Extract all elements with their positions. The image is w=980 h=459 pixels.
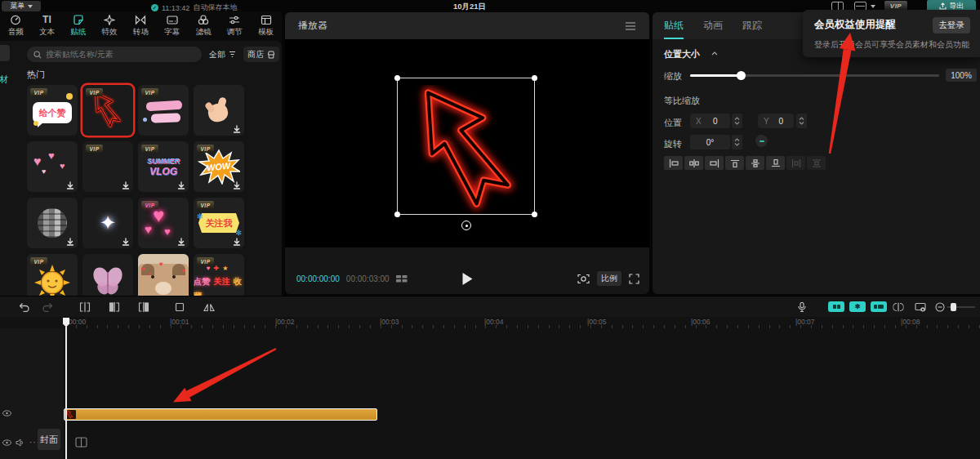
position-y-field[interactable]: Y0 (758, 114, 794, 128)
nav-tab-filters[interactable]: 滤镜 (188, 11, 219, 41)
download-icon[interactable] (177, 238, 185, 246)
distribute-h-button[interactable] (786, 156, 805, 170)
position-x-stepper[interactable] (732, 114, 742, 128)
selection-box[interactable] (397, 78, 535, 215)
cover-button[interactable]: 封面 (38, 429, 60, 450)
sticker-neon-hearts[interactable]: VIP ♥ ♥ ♥ (138, 198, 189, 248)
sticker-summer-vlog[interactable]: VIP SUMMER VLOG (138, 141, 189, 192)
sticker-give-a-like[interactable]: VIP 给个赞 (27, 85, 78, 136)
sticker-neon-arrow-selected[interactable]: VIP (82, 85, 133, 136)
sticker-dark[interactable]: VIP (82, 141, 133, 192)
sticker-sparkle[interactable]: ✦ (82, 198, 133, 248)
panel-menu-icon[interactable] (625, 22, 636, 30)
distribute-v-button[interactable] (807, 156, 826, 170)
download-icon[interactable] (233, 181, 241, 189)
preview-frame-toggle[interactable] (871, 301, 887, 312)
sticker-dog-photo[interactable]: ♥♥ ♥♥ (138, 254, 189, 296)
resize-handle-ne[interactable] (532, 75, 537, 81)
filter-all-button[interactable]: 全部 (209, 47, 236, 62)
track-visibility-icon[interactable] (2, 410, 11, 417)
rotate-stepper[interactable] (732, 135, 742, 149)
store-button[interactable]: 商店 (243, 47, 279, 62)
nav-tab-transitions[interactable]: 转场 (125, 11, 156, 41)
nav-tab-captions[interactable]: 字幕 (156, 11, 187, 41)
nav-tab-templates[interactable]: 模板 (250, 11, 281, 41)
position-x-field[interactable]: X0 (690, 114, 730, 128)
split-button[interactable] (80, 302, 91, 312)
download-icon[interactable] (122, 238, 130, 246)
rotate-field[interactable]: 0° (690, 135, 730, 149)
menu-button[interactable]: 菜单 (2, 1, 41, 11)
undo-button[interactable] (20, 302, 30, 312)
sticker-butterfly[interactable] (82, 254, 133, 296)
zoom-out-icon[interactable] (935, 302, 945, 312)
delete-button[interactable] (176, 302, 185, 311)
tab-tracking[interactable]: 跟踪 (742, 12, 762, 39)
preview-quality-icon[interactable] (915, 302, 926, 311)
position-y-stepper[interactable] (796, 114, 807, 128)
sticker-pink-text[interactable]: VIP (138, 85, 189, 136)
download-icon[interactable] (66, 181, 74, 189)
download-icon[interactable] (122, 181, 130, 189)
chevron-down-icon[interactable] (871, 5, 875, 8)
go-login-button[interactable]: 去登录 (933, 17, 970, 33)
align-right-button[interactable] (705, 156, 724, 170)
sticker-follow-me[interactable]: VIP 关注我 ✻ ✻ (194, 198, 244, 248)
mirror-button[interactable] (203, 302, 215, 311)
fullscreen-icon[interactable] (629, 274, 639, 284)
nav-tab-effects[interactable]: 特效 (94, 11, 125, 41)
linking-toggle[interactable]: ✱ (849, 301, 866, 312)
resize-handle-nw[interactable] (394, 75, 400, 81)
magnet-toggle[interactable] (828, 301, 844, 312)
mute-track-icon[interactable] (16, 439, 24, 447)
play-button[interactable] (462, 273, 473, 285)
chevron-up-icon[interactable] (711, 51, 718, 56)
redo-button[interactable] (42, 302, 53, 312)
sticker-pink-hearts[interactable]: ♥ ♥ ♥ ♥ (27, 141, 78, 192)
edge-tab-materials[interactable]: 素材 (0, 74, 8, 86)
download-icon[interactable] (66, 238, 74, 246)
nav-tab-stickers[interactable]: 贴纸 (63, 11, 94, 41)
tab-animation[interactable]: 动画 (703, 12, 723, 39)
quality-icon[interactable] (396, 274, 408, 283)
sticker-clip[interactable] (64, 408, 377, 421)
sticker-like-follow-save[interactable]: VIP ♥✚★ 点赞 关注 收藏 (194, 254, 244, 296)
sticker-wow[interactable]: VIP WOW (194, 141, 244, 192)
fit-icon[interactable] (577, 274, 590, 284)
resize-handle-se[interactable] (532, 212, 537, 217)
nav-tab-adjust[interactable]: 调节 (219, 11, 250, 41)
trim-left-button[interactable] (109, 302, 120, 312)
download-icon[interactable] (233, 125, 241, 133)
edge-tab[interactable] (0, 45, 10, 61)
nav-tab-text[interactable]: TI 文本 (31, 11, 62, 41)
ratio-button[interactable]: 比例 (597, 271, 621, 286)
resize-handle-sw[interactable] (394, 212, 400, 217)
rotate-handle[interactable] (461, 221, 471, 230)
rotate-dial[interactable] (755, 135, 768, 147)
align-left-button[interactable] (664, 156, 683, 170)
align-top-button[interactable] (725, 156, 744, 170)
playhead-line[interactable] (65, 327, 67, 459)
track-visibility-icon[interactable] (2, 439, 11, 446)
download-icon[interactable] (233, 238, 241, 246)
playhead-handle[interactable] (62, 317, 70, 328)
sticker-finger-heart[interactable] (194, 85, 244, 136)
split-cursor-icon[interactable] (893, 302, 904, 311)
sticker-disco-ball[interactable] (27, 198, 78, 248)
timeline-zoom-handle[interactable] (951, 303, 956, 311)
align-center-h-button[interactable] (684, 156, 703, 170)
record-voiceover-button[interactable] (798, 301, 806, 312)
sticker-sun[interactable]: VIP (27, 254, 78, 296)
align-bottom-button[interactable] (766, 156, 785, 170)
preview-canvas[interactable] (285, 39, 649, 247)
search-input[interactable] (46, 50, 185, 59)
align-middle-v-button[interactable] (746, 156, 764, 170)
nav-tab-audio[interactable]: 音频 (0, 11, 31, 41)
tab-sticker[interactable]: 贴纸 (664, 12, 684, 39)
scale-slider-handle[interactable] (737, 71, 746, 80)
download-icon[interactable] (177, 181, 185, 189)
timeline-ruler[interactable]: 00:00 |00:01 |00:02 |00:03 |00:04 |00:05… (0, 317, 980, 328)
trim-right-button[interactable] (139, 302, 149, 312)
sticker-search[interactable] (27, 47, 202, 62)
add-media-track-icon[interactable] (75, 437, 87, 448)
